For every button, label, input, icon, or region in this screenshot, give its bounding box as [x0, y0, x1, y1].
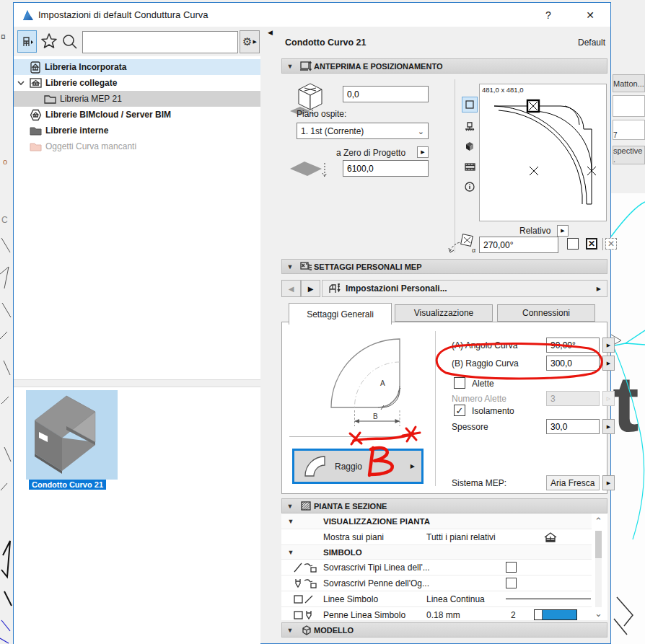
close-button[interactable]: ✕	[576, 3, 605, 27]
plan-row-override-linetypes[interactable]: Sovrascrivi Tipi Linea dell'...	[281, 560, 592, 575]
library-view-button[interactable]	[17, 30, 37, 53]
radius-input[interactable]	[546, 356, 600, 371]
dialog-titlebar[interactable]: Impostazioni di default Conduttura Curva…	[14, 3, 610, 27]
collapse-arrow-icon: ▼	[282, 503, 298, 510]
personal-settings-bar[interactable]: Impostazioni Personali... ▶	[322, 280, 607, 297]
svg-text:α: α	[472, 247, 475, 254]
radius-type-dropdown[interactable]: Raggio ▶	[292, 449, 424, 484]
tab-visualizzazione[interactable]: Visualizzazione	[395, 304, 493, 322]
override-pens-checkbox[interactable]	[506, 578, 517, 588]
hotspot-checkbox-dashed[interactable]: ✕	[605, 238, 617, 250]
preview-mode-front-button[interactable]	[462, 118, 478, 134]
section-anteprima[interactable]: ▼ ANTEPRIMA E POSIZIONAMENTO	[281, 58, 607, 74]
list-scroll-down-button[interactable]: ⌄	[594, 610, 602, 617]
override-linetypes-checkbox[interactable]	[506, 562, 517, 573]
tree-item-librerie-bimcloud[interactable]: Librerie BIMcloud / Server BIM	[14, 107, 260, 123]
object-thumbnail[interactable]	[26, 390, 118, 480]
flyout-arrow-icon: ▶	[597, 286, 601, 292]
relative-label: Relativo	[519, 226, 550, 236]
tree-item-label: Libreria Incorporata	[45, 62, 126, 72]
tab-connessioni[interactable]: Connessioni	[497, 304, 595, 322]
flyout-arrow-icon: ▶	[253, 39, 257, 45]
object-thumbnail-label[interactable]: Condotto Curvo 21	[29, 480, 106, 490]
insulation-checkbox[interactable]: ✓	[454, 405, 465, 416]
tree-item-label: Librerie collegate	[45, 78, 117, 88]
plan-group-visualizzazione[interactable]: ▼ VISUALIZZAZIONE PIANTA	[281, 513, 592, 529]
list-scrollbar-thumb[interactable]	[595, 531, 602, 558]
list-scroll-up-button[interactable]: ⌃	[594, 518, 602, 525]
square-icon	[465, 100, 474, 109]
tree-item-oggetti-mancanti[interactable]: Oggetti Curva mancanti	[14, 138, 260, 154]
library-search-input[interactable]	[82, 31, 238, 53]
tree-item-librerie-interne[interactable]: Librerie interne	[14, 123, 260, 138]
background-field-text: 7	[613, 131, 618, 139]
thickness-input[interactable]	[546, 419, 600, 434]
preview-mode-3d-button[interactable]	[462, 138, 478, 154]
row-label: Penne Linea Simbolo	[323, 610, 405, 620]
offset-input[interactable]	[343, 86, 429, 102]
hotspot-checkbox-checked[interactable]: ✕	[586, 238, 597, 250]
plan-row-override-pens[interactable]: Sovrascrivi Penne dell'Og...	[281, 575, 592, 591]
collapse-arrow-icon: ▼	[282, 63, 298, 70]
thickness-flyout-button[interactable]: ▶	[602, 419, 615, 434]
pen-color-swatch[interactable]	[534, 609, 577, 620]
chevron-down-icon[interactable]	[17, 79, 25, 87]
symbol-preview-box[interactable]: 481,0 x 481,0	[479, 84, 607, 221]
radius-flyout-button[interactable]: ▶	[602, 356, 615, 371]
default-state-label: Default	[548, 38, 605, 48]
tree-item-libreria-mep-21[interactable]: Libreria MEP 21	[14, 91, 260, 107]
preview-mode-2d-button[interactable]	[462, 97, 478, 113]
background-field-text: spective .	[613, 146, 644, 164]
relative-flyout-button[interactable]: ▶	[557, 225, 569, 237]
tree-item-label: Librerie interne	[45, 125, 108, 136]
settings-dialog: Impostazioni di default Conduttura Curva…	[13, 2, 611, 644]
mep-settings-icon	[299, 261, 312, 273]
mirror-checkbox[interactable]	[567, 238, 579, 250]
vanes-count-label: Numero Alette	[452, 394, 506, 404]
linked-library-icon	[30, 77, 42, 89]
collapse-arrow-icon: ▼	[281, 549, 300, 556]
row-label: Mostra sui piani	[323, 532, 384, 542]
nav-previous-button[interactable]: ◀	[281, 280, 301, 297]
plan-group-simbolo[interactable]: ▼ SIMBOLO	[281, 545, 592, 560]
section-pianta-sezione[interactable]: ▼ PIANTA E SEZIONE	[281, 498, 607, 513]
pen-override-icon	[293, 578, 317, 589]
section-title: SETTAGGI PERSONALI MEP	[314, 263, 422, 271]
mep-system-flyout-button[interactable]: ▶	[602, 475, 615, 490]
filmstrip-icon	[465, 162, 475, 172]
tab-settaggi-generali[interactable]: Settaggi Generali	[289, 303, 392, 325]
plan-row-show-on-storeys[interactable]: Mostra sui piani Tutti i piani relativi	[281, 529, 592, 545]
library-settings-button[interactable]: ⚙ ▶	[240, 30, 260, 53]
collapse-arrow-icon: ▼	[281, 518, 300, 525]
preview-mode-animation-button[interactable]	[462, 159, 478, 175]
section-modello[interactable]: ▼ MODELLO	[281, 622, 607, 638]
list-scrollbar-track[interactable]	[595, 531, 602, 607]
preview-mode-info-button[interactable]	[462, 179, 478, 195]
cube-3d-icon	[465, 141, 475, 151]
preview-size-label: 481,0 x 481,0	[482, 86, 524, 94]
mep-system-value-box[interactable]: Aria Fresca	[546, 475, 600, 490]
checkbox-divider	[602, 238, 603, 250]
section-settaggi-mep[interactable]: ▼ SETTAGGI PERSONALI MEP	[281, 259, 607, 274]
tab-label: Visualizzazione	[414, 308, 474, 318]
search-button[interactable]	[61, 33, 79, 50]
embedded-library-icon	[30, 61, 41, 74]
help-button[interactable]: ?	[534, 3, 563, 27]
tree-item-libreria-incorporata[interactable]: Libreria Incorporata	[14, 59, 260, 75]
elevation-input[interactable]	[343, 160, 429, 177]
flyout-arrow-icon: ▶	[411, 463, 415, 469]
angle-input[interactable]	[546, 338, 600, 353]
rotation-input[interactable]	[479, 237, 558, 253]
nav-next-button[interactable]: ▶	[301, 280, 320, 297]
rotation-icon: α	[446, 234, 478, 255]
vanes-checkbox[interactable]	[454, 377, 465, 389]
angle-flyout-button[interactable]: ▶	[602, 338, 615, 353]
favorites-button[interactable]	[40, 32, 58, 50]
panel-collapse-handle[interactable]: ◀	[268, 29, 273, 36]
plan-row-symbol-pen[interactable]: Penne Linea Simbolo 0.18 mm 2	[281, 607, 592, 620]
plan-row-symbol-lines[interactable]: Linee Simbolo Linea Continua	[281, 591, 592, 607]
elbow-diagram: A B	[302, 335, 421, 444]
host-storey-select[interactable]: 1. 1st (Corrente) ⌄	[297, 123, 429, 139]
project-zero-flyout-button[interactable]: ▶	[417, 146, 429, 158]
tree-item-librerie-collegate[interactable]: Librerie collegate	[14, 75, 260, 91]
